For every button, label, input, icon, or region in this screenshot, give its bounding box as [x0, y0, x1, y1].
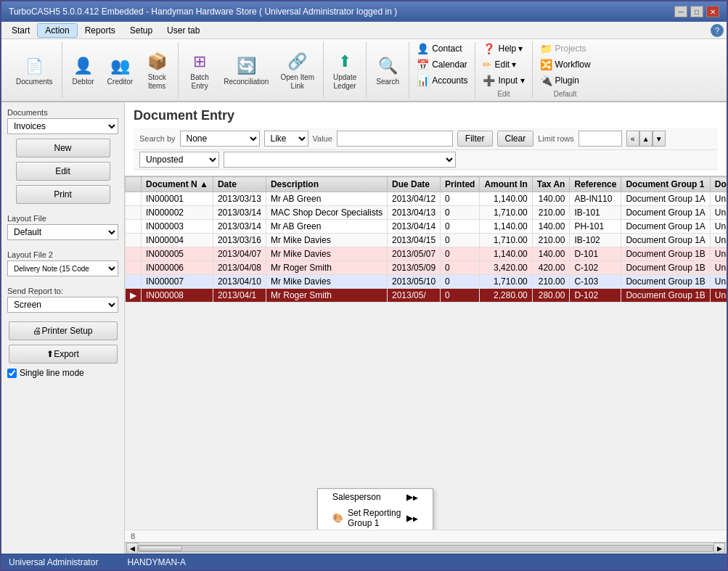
- toolbar-btn-contact[interactable]: 👤 Contact: [414, 42, 465, 55]
- debtor-icon: 👤: [72, 54, 95, 78]
- layout-file2-select[interactable]: Delivery Note (15 Code: [7, 260, 118, 276]
- printer-setup-button[interactable]: 🖨 Printer Setup: [9, 321, 118, 340]
- horizontal-scrollbar[interactable]: ◀ ▶: [125, 542, 727, 554]
- ctx-set-rg1[interactable]: 🎨 Set Reporting Group 1 ▶: [318, 505, 433, 530]
- toolbar-btn-reconciliation[interactable]: 🔄 Reconciliation: [219, 52, 273, 89]
- menu-item-setup[interactable]: Setup: [123, 24, 160, 37]
- condition-select[interactable]: Like Equal: [264, 131, 308, 147]
- send-report-select[interactable]: Screen Printer PDF: [7, 297, 118, 313]
- toolbar-btn-input[interactable]: ➕ Input ▾: [480, 74, 527, 87]
- scroll-thumb[interactable]: [139, 546, 182, 551]
- col-printed[interactable]: Printed: [441, 177, 480, 192]
- maximize-button[interactable]: □: [690, 6, 703, 17]
- toolbar-btn-creditor[interactable]: 👥 Creditor: [103, 52, 138, 89]
- nav-down-btn[interactable]: ▼: [653, 131, 666, 147]
- status-select[interactable]: Unposted Posted All: [139, 152, 219, 168]
- table-row[interactable]: IN0000042013/03/16Mr Mike Davies2013/04/…: [126, 234, 727, 247]
- table-row[interactable]: IN0000032013/03/14Mr AB Green2013/04/140…: [126, 220, 727, 234]
- toolbar-btn-help[interactable]: ❓ Help ▾: [480, 42, 525, 55]
- export-icon: ⬆: [46, 349, 54, 359]
- table-row[interactable]: IN0000012013/03/13Mr AB Green2013/04/120…: [126, 192, 727, 206]
- toolbar-btn-accounts[interactable]: 📊 Accounts: [414, 74, 470, 87]
- toolbar-btn-documents[interactable]: 📄 Documents: [12, 52, 57, 89]
- search-by-select[interactable]: None Document Number Description Referen…: [180, 131, 260, 147]
- col-tax[interactable]: Tax An: [532, 177, 570, 192]
- scroll-right-arrow[interactable]: ▶: [713, 543, 725, 554]
- help-menu-button[interactable]: ?: [711, 24, 724, 37]
- export-button[interactable]: ⬆ Export: [9, 345, 118, 363]
- toolbar-btn-plugin[interactable]: 🔌 Plugin: [537, 74, 582, 87]
- col-description[interactable]: Description: [266, 177, 387, 192]
- send-report-label: Send Report to:: [7, 287, 118, 295]
- limit-input[interactable]: 5000: [578, 131, 622, 147]
- scroll-left-arrow[interactable]: ◀: [126, 543, 138, 554]
- status-company: HANDYMAN-A: [127, 557, 186, 567]
- table-row[interactable]: IN0000072013/04/10Mr Mike Davies2013/05/…: [126, 275, 727, 289]
- batch-label: BatchEntry: [190, 73, 209, 91]
- title-bar-buttons: ─ □ ✕: [674, 6, 719, 17]
- left-panel: Documents Invoices Quotes Orders Credit …: [1, 102, 125, 554]
- nav-left-btn[interactable]: «: [626, 131, 639, 147]
- ctx-rg1-icon: 🎨: [332, 513, 343, 523]
- documents-select[interactable]: Invoices Quotes Orders Credit Notes: [7, 118, 118, 134]
- toolbar-btn-debtor[interactable]: 👤 Debtor: [67, 52, 100, 89]
- export-label: Export: [54, 349, 79, 359]
- edit-button[interactable]: Edit: [16, 162, 110, 181]
- input-icon: ➕: [483, 75, 495, 86]
- col-group2[interactable]: Docum: [710, 177, 727, 192]
- print-button[interactable]: Print: [16, 185, 110, 204]
- toolbar-btn-projects[interactable]: 📁 Projects: [537, 42, 589, 55]
- layout-file2-section: Layout File 2 Delivery Note (15 Code: [7, 250, 118, 276]
- table-row[interactable]: IN0000062013/04/08Mr Roger Smith2013/05/…: [126, 261, 727, 275]
- col-group1[interactable]: Document Group 1: [621, 177, 710, 192]
- toolbar-btn-calendar[interactable]: 📅 Calendar: [414, 58, 470, 71]
- workflow-label: Workflow: [555, 59, 591, 70]
- single-line-checkbox[interactable]: [7, 369, 17, 378]
- help-label: Help ▾: [498, 44, 523, 54]
- toolbar-btn-workflow[interactable]: 🔀 Workflow: [537, 58, 594, 71]
- table-row[interactable]: IN0000022013/03/14MAC Shop Decor Special…: [126, 206, 727, 220]
- main-panel: Document Entry Search by None Document N…: [125, 102, 727, 554]
- openitem-label: Open ItemLink: [280, 73, 314, 91]
- col-duedate[interactable]: Due Date: [388, 177, 441, 192]
- reconciliation-label: Reconciliation: [224, 78, 269, 86]
- stock-icon: 📦: [145, 50, 168, 73]
- menu-item-reports[interactable]: Reports: [78, 24, 123, 37]
- col-date[interactable]: Date: [213, 177, 266, 192]
- menu-item-usertab[interactable]: User tab: [160, 24, 207, 37]
- toolbar: 📄 Documents 👤 Debtor 👥 Creditor 📦 StockI…: [1, 39, 727, 102]
- accounts-label: Accounts: [432, 75, 467, 86]
- menu-item-start[interactable]: Start: [4, 24, 37, 37]
- toolbar-btn-batch[interactable]: ⊞ BatchEntry: [183, 48, 216, 93]
- ctx-salesperson[interactable]: Salesperson ▶: [318, 489, 433, 505]
- layout-file2-label: Layout File 2: [7, 250, 118, 259]
- printer-setup-label: Printer Setup: [41, 326, 92, 336]
- value-input[interactable]: [337, 131, 453, 147]
- contact-label: Contact: [432, 44, 462, 54]
- close-button[interactable]: ✕: [706, 6, 719, 17]
- table-row[interactable]: IN0000052013/04/07Mr Mike Davies2013/05/…: [126, 247, 727, 261]
- scroll-track[interactable]: [138, 545, 713, 552]
- clear-button[interactable]: Clear: [497, 131, 534, 147]
- toolbar-btn-openitem[interactable]: 🔗 Open ItemLink: [276, 48, 319, 93]
- minimize-button[interactable]: ─: [674, 6, 687, 17]
- filter-button[interactable]: Filter: [457, 131, 493, 147]
- filter-wide-select[interactable]: [224, 152, 456, 168]
- openitem-icon: 🔗: [286, 50, 309, 73]
- toolbar-btn-updateledger[interactable]: ⬆ UpdateLedger: [328, 48, 361, 93]
- toolbar-btn-stock[interactable]: 📦 StockItems: [140, 48, 173, 93]
- toolbar-btn-search[interactable]: 🔍 Search: [371, 52, 404, 89]
- ctx-menu-l1: Salesperson ▶ 🎨 Set Reporting Group 1 ▶ …: [317, 488, 433, 530]
- table-row[interactable]: ▶IN0000082013/04/1Mr Roger Smith2013/05/…: [126, 289, 727, 303]
- doc-entry-header: Document Entry Search by None Document N…: [125, 102, 727, 176]
- new-button[interactable]: New: [16, 139, 110, 157]
- col-reference[interactable]: Reference: [570, 177, 621, 192]
- col-indicator: [126, 177, 142, 192]
- menu-item-action[interactable]: Action: [37, 23, 77, 38]
- toolbar-btn-edit[interactable]: ✏ Edit ▾: [480, 58, 519, 71]
- col-docnum[interactable]: Document N ▲: [142, 177, 213, 192]
- col-amount[interactable]: Amount In: [480, 177, 532, 192]
- single-line-label: Single line mode: [20, 368, 84, 378]
- nav-up-btn[interactable]: ▲: [639, 131, 653, 147]
- layout-file-select[interactable]: Default: [7, 224, 118, 240]
